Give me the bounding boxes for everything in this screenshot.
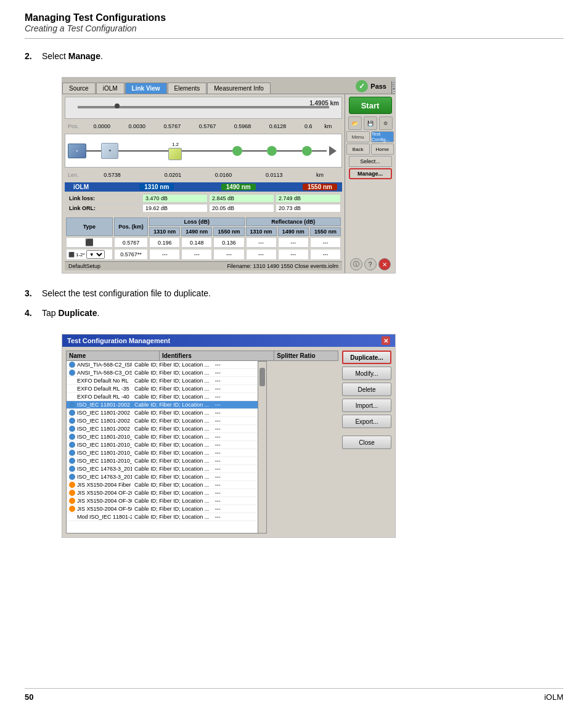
info-button[interactable]: ⓘ: [350, 258, 362, 270]
splitter-select[interactable]: ▼: [86, 250, 105, 259]
row1-type: ⬛ 1-2* ▼: [66, 249, 113, 260]
step-3: 3. Select the test configuration file to…: [25, 288, 563, 298]
config-icon[interactable]: ⚙: [379, 116, 393, 130]
row16-splitter: ---: [213, 489, 258, 497]
back-button[interactable]: Back: [346, 144, 370, 155]
open-icon[interactable]: 📂: [348, 116, 362, 130]
slider-handle[interactable]: [115, 103, 120, 108]
test-config-button[interactable]: Test Config...: [371, 131, 394, 142]
tcm-row-19[interactable]: Mod ISO_IEC 11801-2010 Conn ... Cable ID…: [67, 513, 258, 521]
tcm-row-8[interactable]: ISO_IEC 11801-2002 OF-500 CH Cable ID; F…: [67, 425, 258, 433]
import-button[interactable]: Import...: [342, 399, 391, 412]
select-button[interactable]: Select...: [349, 156, 392, 167]
menu-button[interactable]: Menu: [346, 131, 370, 142]
tcm-row-10[interactable]: ISO_IEC 11801-2010_OS1_OMx Cable ID; Fib…: [67, 441, 258, 449]
row1-splitter: ---: [213, 369, 258, 376]
tcm-row-16[interactable]: JIS X5150-2004 OF-2000 CH Cable ID; Fibe…: [67, 489, 258, 497]
iolm-brand-label: iOLM: [391, 81, 395, 94]
fiber-line-3: [242, 150, 267, 152]
row2-name: EXFO Default No RL: [67, 377, 132, 384]
row0-l1490: 0.148: [181, 237, 212, 248]
start-button[interactable]: Start: [349, 97, 392, 114]
tcm-row-11[interactable]: ISO_IEC 11801-2010_OS2_OMx Cable ID; Fib…: [67, 449, 258, 457]
iolm-main: 1.4905 km Pos. 0.0000 0.0030 0.5767 0.57…: [62, 94, 395, 273]
tcm-row-14[interactable]: ISO_IEC 14763-3_2011_OS2_OMx Cable ID; F…: [67, 473, 258, 481]
close-button[interactable]: Close: [342, 436, 391, 449]
tab-measurement-info[interactable]: Measurement Info: [207, 83, 271, 94]
slider-area: 1.4905 km: [65, 97, 342, 119]
save-icon[interactable]: 💾: [364, 116, 377, 130]
col-pos: Pos. (km): [114, 217, 148, 236]
row13-id: Cable ID; Fiber ID; Location ...: [132, 465, 213, 473]
modify-button[interactable]: Modify...: [342, 367, 391, 380]
tab-source[interactable]: Source: [62, 83, 96, 94]
row11-icon: [69, 450, 75, 456]
delete-button[interactable]: Delete: [342, 383, 391, 396]
loss-1550: 1550 nm: [213, 227, 244, 236]
len-unit: km: [314, 171, 341, 179]
tcm-row-1[interactable]: ANSI_TIA-568-C3_OSP Cable ID; Fiber ID; …: [67, 369, 258, 377]
tab-link-view[interactable]: Link View: [125, 83, 167, 94]
tcm-scrollbar[interactable]: [258, 361, 267, 533]
fiber-elem-0: ▪: [68, 144, 86, 158]
fiber-elem-label: 1.2: [172, 142, 179, 147]
link-orl-label: Link ORL:: [66, 204, 141, 213]
row17-id: Cable ID; Fiber ID; Location ...: [132, 497, 213, 505]
row10-splitter: ---: [213, 441, 258, 448]
row8-icon: [69, 426, 75, 432]
tcm-row-5[interactable]: ISO_IEC 11801-2002 Fiber Link Cable ID; …: [67, 401, 258, 409]
pos-4: 0.5968: [232, 123, 266, 130]
row4-id: Cable ID; Fiber ID; Location ...: [132, 393, 213, 400]
power-button[interactable]: ✕: [378, 258, 391, 270]
tcm-row-6[interactable]: ISO_IEC 11801-2002 OF-2000 CH Cable ID; …: [67, 409, 258, 417]
row14-icon: [69, 474, 75, 480]
iolm-sidebar: Start 📂 💾 ⚙ Menu Test Config... Back Hom…: [345, 94, 395, 273]
row2-id: Cable ID; Fiber ID; Location ...: [132, 377, 213, 384]
manage-button[interactable]: Manage...: [349, 168, 392, 179]
tcm-row-15[interactable]: JIS X5150-2004 Fiber Link Cable ID; Fibe…: [67, 481, 258, 489]
fiber-circle-1: [267, 146, 277, 156]
tcm-list-area: Name Identifiers Splitter Ratio ANSI_TIA…: [66, 351, 338, 533]
link-loss-1310: 3.470 dB: [142, 194, 208, 203]
tcm-close-icon[interactable]: ✕: [382, 336, 390, 345]
tcm-row-7[interactable]: ISO_IEC 11801-2002 OF-300 CH Cable ID; F…: [67, 417, 258, 425]
tab-iolm[interactable]: iOLM: [96, 83, 125, 94]
iolm-section-header: iOLM 1310 nm 1490 nm 1550 nm: [65, 182, 342, 192]
tcm-row-12[interactable]: ISO_IEC 11801-2010_OSP Cable ID; Fiber I…: [67, 457, 258, 465]
row9-icon: [69, 434, 75, 440]
duplicate-button[interactable]: Duplicate...: [342, 351, 391, 364]
row1-l1310: ---: [149, 249, 180, 260]
fiber-elem-2: [168, 148, 182, 160]
tcm-row-4[interactable]: EXFO Default RL -40 Cable ID; Fiber ID; …: [67, 393, 258, 401]
row12-name: ISO_IEC 11801-2010_OSP: [67, 457, 132, 465]
tcm-row-9[interactable]: ISO_IEC 11801-2010_ISP Cable ID; Fiber I…: [67, 433, 258, 441]
row0-id: Cable ID; Fiber ID; Location ...: [132, 361, 213, 368]
tcm-row-0[interactable]: ANSI_TIA-568-C2_ISP Cable ID; Fiber ID; …: [67, 361, 258, 369]
page-footer: 50 iOLM: [25, 688, 563, 702]
tcm-row-17[interactable]: JIS X5150-2004 OF-300 CH Cable ID; Fiber…: [67, 497, 258, 505]
tcm-title: Test Configuration Management: [67, 337, 170, 344]
row15-name: JIS X5150-2004 Fiber Link: [67, 481, 132, 489]
tab-elements[interactable]: Elements: [168, 83, 207, 94]
row6-splitter: ---: [213, 409, 258, 416]
help-button[interactable]: ?: [364, 258, 377, 270]
pos-label: Pos.: [66, 123, 90, 130]
fiber-line-1: [118, 150, 168, 152]
status-right: Filename: 1310 1490 1550 Close events.io…: [227, 263, 338, 269]
row0-pos: 0.5767: [114, 237, 148, 248]
row3-id: Cable ID; Fiber ID; Location ...: [132, 385, 213, 392]
export-button[interactable]: Export...: [342, 415, 391, 428]
row19-id: Cable ID; Fiber ID; Location ...: [132, 513, 213, 521]
tcm-row-2[interactable]: EXFO Default No RL Cable ID; Fiber ID; L…: [67, 377, 258, 385]
tcm-row-3[interactable]: EXFO Default RL -35 Cable ID; Fiber ID; …: [67, 385, 258, 393]
tcm-row-13[interactable]: ISO_IEC 14763-3_2011_OS1_OMx Cable ID; F…: [67, 465, 258, 473]
row5-id: Cable ID; Fiber ID; Location ...: [132, 401, 213, 408]
tcm-row-18[interactable]: JIS X5150-2004 OF-500 CH Cable ID; Fiber…: [67, 505, 258, 513]
tcm-list-scroll[interactable]: ANSI_TIA-568-C2_ISP Cable ID; Fiber ID; …: [66, 361, 258, 533]
pos-1: 0.0030: [127, 123, 161, 130]
home-button[interactable]: Home: [371, 144, 394, 155]
row0-r1490: ---: [278, 237, 309, 248]
loss-1310: 1310 nm: [149, 227, 180, 236]
slider-distance: 1.4905 km: [309, 100, 339, 107]
link-orl-1310: 19.62 dB: [142, 204, 208, 213]
